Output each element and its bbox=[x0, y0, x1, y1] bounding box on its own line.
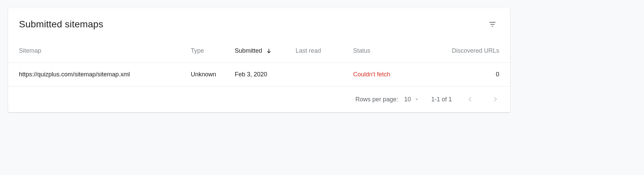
filter-button[interactable] bbox=[486, 18, 499, 31]
chevron-right-icon bbox=[491, 96, 499, 103]
col-last-read[interactable]: Last read bbox=[296, 34, 353, 63]
card-header: Submitted sitemaps bbox=[8, 8, 510, 34]
col-sitemap[interactable]: Sitemap bbox=[8, 34, 191, 63]
pager-prev[interactable] bbox=[463, 93, 477, 106]
filter-icon bbox=[488, 20, 497, 28]
rows-per-page-select[interactable]: 10 bbox=[404, 96, 420, 103]
cell-sitemap: https://quizplus.com/sitemap/sitemap.xml bbox=[8, 63, 191, 86]
arrow-down-icon bbox=[266, 48, 272, 54]
col-type[interactable]: Type bbox=[191, 34, 235, 63]
sitemaps-table: Sitemap Type Submitted Last read Status … bbox=[8, 34, 510, 86]
rows-per-page-value: 10 bbox=[404, 96, 411, 103]
col-submitted[interactable]: Submitted bbox=[235, 34, 296, 63]
cell-status: Couldn't fetch bbox=[353, 63, 424, 86]
col-discovered[interactable]: Discovered URLs bbox=[424, 34, 510, 63]
sitemaps-card: Submitted sitemaps Sitemap Type Submitte… bbox=[8, 8, 510, 112]
table-header-row: Sitemap Type Submitted Last read Status … bbox=[8, 34, 510, 63]
rows-per-page-label: Rows per page: bbox=[355, 96, 398, 103]
cell-last-read bbox=[296, 63, 353, 86]
cell-discovered: 0 bbox=[424, 63, 510, 86]
table-row[interactable]: https://quizplus.com/sitemap/sitemap.xml… bbox=[8, 63, 510, 86]
col-status[interactable]: Status bbox=[353, 34, 424, 63]
cell-submitted: Feb 3, 2020 bbox=[235, 63, 296, 86]
pager-next[interactable] bbox=[488, 93, 502, 106]
table-pager: Rows per page: 10 1-1 of 1 bbox=[8, 86, 510, 112]
rows-per-page: Rows per page: 10 bbox=[355, 96, 420, 103]
pager-range: 1-1 of 1 bbox=[431, 96, 452, 103]
cell-type: Unknown bbox=[191, 63, 235, 86]
chevron-left-icon bbox=[466, 96, 474, 103]
card-title: Submitted sitemaps bbox=[19, 19, 104, 30]
col-submitted-label: Submitted bbox=[235, 47, 262, 54]
dropdown-icon bbox=[414, 96, 420, 102]
